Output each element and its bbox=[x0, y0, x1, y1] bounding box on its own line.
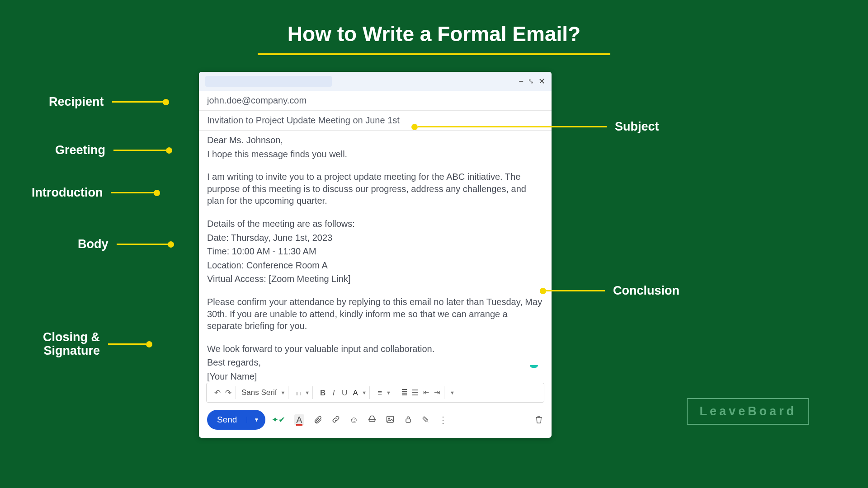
window-header: − ⤡ ✕ bbox=[199, 72, 552, 91]
window-controls: − ⤡ ✕ bbox=[519, 76, 545, 86]
more-icon[interactable]: ⋮ bbox=[439, 415, 448, 424]
formatting-toolbar: ↶ ↷ Sans Serif ▼ тT ▼ B I U A ▼ ≡ ▼ ≣ ☰ … bbox=[206, 383, 544, 403]
email-body[interactable]: Dear Ms. Johnson, I hope this message fi… bbox=[199, 131, 552, 383]
align-icon[interactable]: ≡ bbox=[375, 389, 384, 397]
closing-line-3: [Your Name] bbox=[207, 371, 543, 383]
callout-label: Body bbox=[78, 237, 108, 251]
text-color-icon[interactable]: A bbox=[351, 389, 360, 397]
window-title-placeholder bbox=[205, 76, 332, 87]
callout-conclusion: Conclusion bbox=[540, 284, 679, 298]
recipient-field[interactable]: john.doe@company.com bbox=[199, 91, 552, 111]
spellcheck-icon[interactable]: ✦✔ bbox=[272, 416, 285, 424]
chevron-down-icon[interactable]: ▼ bbox=[280, 390, 285, 395]
send-options-icon[interactable]: ▼ bbox=[247, 417, 265, 423]
callout-introduction: Introduction bbox=[32, 186, 160, 200]
callout-label: Introduction bbox=[32, 186, 103, 200]
svg-point-1 bbox=[388, 418, 390, 419]
introduction-paragraph: I am writing to invite you to a project … bbox=[207, 171, 543, 207]
text-color-tool-icon[interactable]: A bbox=[294, 414, 304, 425]
body-time: Time: 10:00 AM - 11:30 AM bbox=[207, 245, 543, 258]
callout-label: Recipient bbox=[49, 95, 104, 109]
callout-subject: Subject bbox=[411, 120, 659, 134]
attachment-icon[interactable] bbox=[313, 415, 322, 425]
body-header: Details of the meeting are as follows: bbox=[207, 218, 543, 230]
minimize-icon[interactable]: − bbox=[519, 77, 524, 86]
chevron-down-icon[interactable]: ▼ bbox=[450, 390, 455, 395]
bold-icon[interactable]: B bbox=[318, 389, 327, 397]
chevron-down-icon[interactable]: ▼ bbox=[305, 390, 310, 395]
numbered-list-icon[interactable]: ≣ bbox=[400, 389, 409, 397]
greeting-line-2: I hope this message finds you well. bbox=[207, 148, 543, 160]
chevron-down-icon[interactable]: ▼ bbox=[362, 390, 367, 395]
confidential-icon[interactable] bbox=[404, 415, 413, 425]
undo-icon[interactable]: ↶ bbox=[213, 389, 222, 397]
title-underline bbox=[258, 53, 610, 55]
bullet-list-icon[interactable]: ☰ bbox=[410, 389, 420, 397]
close-icon[interactable]: ✕ bbox=[538, 76, 545, 86]
callout-recipient: Recipient bbox=[49, 95, 169, 109]
callout-label: Greeting bbox=[55, 143, 105, 157]
callout-closing: Closing & Signature bbox=[43, 331, 152, 357]
callout-label: Conclusion bbox=[613, 284, 679, 298]
chevron-down-icon[interactable]: ▼ bbox=[386, 390, 391, 395]
svg-rect-2 bbox=[406, 419, 410, 422]
body-location: Location: Conference Room A bbox=[207, 259, 543, 272]
callout-body: Body bbox=[78, 237, 174, 251]
redo-icon[interactable]: ↷ bbox=[224, 389, 233, 397]
font-family-select[interactable]: Sans Serif bbox=[241, 388, 277, 397]
collapse-icon[interactable]: ⤡ bbox=[528, 77, 534, 85]
body-date: Date: Thursday, June 1st, 2023 bbox=[207, 232, 543, 244]
trash-icon[interactable] bbox=[534, 415, 543, 425]
image-icon[interactable] bbox=[386, 415, 395, 425]
font-size-icon[interactable]: тT bbox=[294, 389, 303, 396]
page-title: How to Write a Formal Email? bbox=[288, 22, 580, 46]
svg-rect-0 bbox=[387, 416, 394, 422]
body-virtual: Virtual Access: [Zoom Meeting Link] bbox=[207, 273, 543, 285]
indent-more-icon[interactable]: ⇥ bbox=[432, 389, 441, 396]
send-button[interactable]: Send ▼ bbox=[207, 410, 265, 430]
pen-icon[interactable]: ✎ bbox=[422, 415, 429, 424]
send-button-label: Send bbox=[207, 415, 247, 425]
callout-label: Subject bbox=[615, 120, 659, 134]
greeting-line-1: Dear Ms. Johnson, bbox=[207, 134, 543, 146]
underline-icon[interactable]: U bbox=[340, 389, 349, 397]
closing-line-2: Best regards, bbox=[207, 357, 543, 369]
closing-line-1: We look forward to your valuable input a… bbox=[207, 343, 543, 355]
bottom-bar: Send ▼ ✦✔ A ☺ ✎ ⋮ bbox=[199, 406, 552, 438]
brand-logo: LeaveBoard bbox=[687, 398, 809, 425]
callout-greeting: Greeting bbox=[55, 143, 172, 157]
indent-less-icon[interactable]: ⇤ bbox=[421, 389, 430, 396]
drive-icon[interactable] bbox=[368, 415, 377, 425]
conclusion-paragraph: Please confirm your attendance by replyi… bbox=[207, 296, 543, 332]
callout-label: Closing & Signature bbox=[43, 331, 100, 357]
emoji-icon[interactable]: ☺ bbox=[349, 415, 359, 424]
link-icon[interactable] bbox=[331, 415, 340, 425]
italic-icon[interactable]: I bbox=[329, 389, 338, 397]
